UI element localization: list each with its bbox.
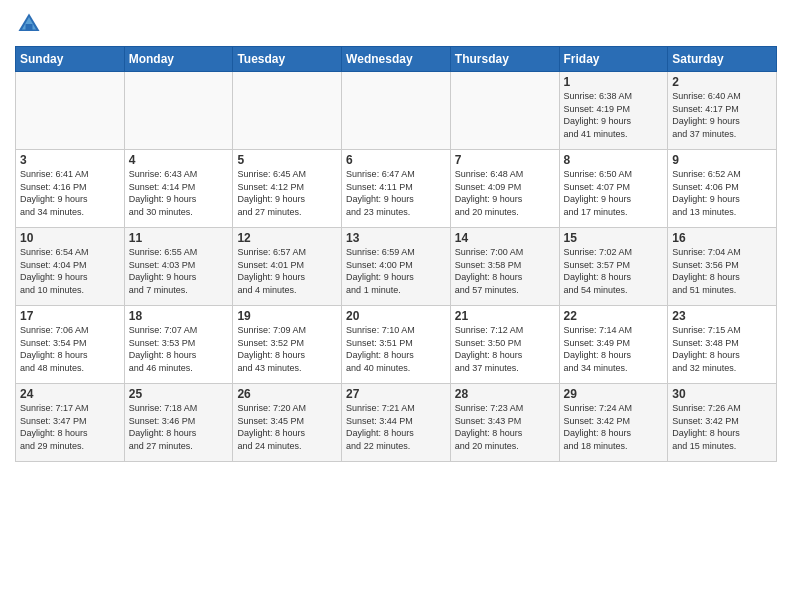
day-info: Sunrise: 6:52 AM Sunset: 4:06 PM Dayligh… xyxy=(672,168,772,218)
calendar-cell: 17Sunrise: 7:06 AM Sunset: 3:54 PM Dayli… xyxy=(16,306,125,384)
day-info: Sunrise: 6:54 AM Sunset: 4:04 PM Dayligh… xyxy=(20,246,120,296)
calendar-cell xyxy=(124,72,233,150)
calendar-cell: 28Sunrise: 7:23 AM Sunset: 3:43 PM Dayli… xyxy=(450,384,559,462)
day-number: 28 xyxy=(455,387,555,401)
logo xyxy=(15,10,47,38)
day-info: Sunrise: 7:06 AM Sunset: 3:54 PM Dayligh… xyxy=(20,324,120,374)
day-number: 14 xyxy=(455,231,555,245)
day-number: 21 xyxy=(455,309,555,323)
calendar-cell: 15Sunrise: 7:02 AM Sunset: 3:57 PM Dayli… xyxy=(559,228,668,306)
day-info: Sunrise: 6:45 AM Sunset: 4:12 PM Dayligh… xyxy=(237,168,337,218)
day-info: Sunrise: 7:23 AM Sunset: 3:43 PM Dayligh… xyxy=(455,402,555,452)
day-number: 15 xyxy=(564,231,664,245)
calendar-cell: 16Sunrise: 7:04 AM Sunset: 3:56 PM Dayli… xyxy=(668,228,777,306)
day-info: Sunrise: 7:26 AM Sunset: 3:42 PM Dayligh… xyxy=(672,402,772,452)
calendar-cell: 23Sunrise: 7:15 AM Sunset: 3:48 PM Dayli… xyxy=(668,306,777,384)
calendar-cell: 2Sunrise: 6:40 AM Sunset: 4:17 PM Daylig… xyxy=(668,72,777,150)
day-number: 3 xyxy=(20,153,120,167)
calendar-cell: 14Sunrise: 7:00 AM Sunset: 3:58 PM Dayli… xyxy=(450,228,559,306)
calendar-cell: 3Sunrise: 6:41 AM Sunset: 4:16 PM Daylig… xyxy=(16,150,125,228)
calendar-cell: 29Sunrise: 7:24 AM Sunset: 3:42 PM Dayli… xyxy=(559,384,668,462)
day-info: Sunrise: 7:14 AM Sunset: 3:49 PM Dayligh… xyxy=(564,324,664,374)
day-number: 9 xyxy=(672,153,772,167)
calendar-cell xyxy=(342,72,451,150)
weekday-header-friday: Friday xyxy=(559,47,668,72)
weekday-header-saturday: Saturday xyxy=(668,47,777,72)
day-number: 4 xyxy=(129,153,229,167)
calendar-cell xyxy=(233,72,342,150)
day-number: 10 xyxy=(20,231,120,245)
calendar-cell: 4Sunrise: 6:43 AM Sunset: 4:14 PM Daylig… xyxy=(124,150,233,228)
day-number: 26 xyxy=(237,387,337,401)
logo-icon xyxy=(15,10,43,38)
page-container: SundayMondayTuesdayWednesdayThursdayFrid… xyxy=(0,0,792,612)
calendar-cell: 8Sunrise: 6:50 AM Sunset: 4:07 PM Daylig… xyxy=(559,150,668,228)
header xyxy=(15,10,777,38)
day-info: Sunrise: 7:15 AM Sunset: 3:48 PM Dayligh… xyxy=(672,324,772,374)
day-number: 30 xyxy=(672,387,772,401)
day-number: 16 xyxy=(672,231,772,245)
day-number: 5 xyxy=(237,153,337,167)
calendar-cell: 18Sunrise: 7:07 AM Sunset: 3:53 PM Dayli… xyxy=(124,306,233,384)
day-number: 23 xyxy=(672,309,772,323)
calendar-cell: 22Sunrise: 7:14 AM Sunset: 3:49 PM Dayli… xyxy=(559,306,668,384)
calendar-table: SundayMondayTuesdayWednesdayThursdayFrid… xyxy=(15,46,777,462)
calendar-cell: 1Sunrise: 6:38 AM Sunset: 4:19 PM Daylig… xyxy=(559,72,668,150)
day-number: 11 xyxy=(129,231,229,245)
calendar-cell: 13Sunrise: 6:59 AM Sunset: 4:00 PM Dayli… xyxy=(342,228,451,306)
calendar-cell: 12Sunrise: 6:57 AM Sunset: 4:01 PM Dayli… xyxy=(233,228,342,306)
day-number: 7 xyxy=(455,153,555,167)
calendar-cell: 30Sunrise: 7:26 AM Sunset: 3:42 PM Dayli… xyxy=(668,384,777,462)
calendar-cell: 26Sunrise: 7:20 AM Sunset: 3:45 PM Dayli… xyxy=(233,384,342,462)
calendar-cell: 6Sunrise: 6:47 AM Sunset: 4:11 PM Daylig… xyxy=(342,150,451,228)
calendar-cell: 24Sunrise: 7:17 AM Sunset: 3:47 PM Dayli… xyxy=(16,384,125,462)
day-info: Sunrise: 6:43 AM Sunset: 4:14 PM Dayligh… xyxy=(129,168,229,218)
day-number: 6 xyxy=(346,153,446,167)
calendar-cell: 11Sunrise: 6:55 AM Sunset: 4:03 PM Dayli… xyxy=(124,228,233,306)
calendar-cell: 25Sunrise: 7:18 AM Sunset: 3:46 PM Dayli… xyxy=(124,384,233,462)
day-info: Sunrise: 6:55 AM Sunset: 4:03 PM Dayligh… xyxy=(129,246,229,296)
weekday-header-wednesday: Wednesday xyxy=(342,47,451,72)
calendar-cell: 21Sunrise: 7:12 AM Sunset: 3:50 PM Dayli… xyxy=(450,306,559,384)
weekday-header-tuesday: Tuesday xyxy=(233,47,342,72)
day-number: 25 xyxy=(129,387,229,401)
day-info: Sunrise: 7:12 AM Sunset: 3:50 PM Dayligh… xyxy=(455,324,555,374)
calendar-week-row: 24Sunrise: 7:17 AM Sunset: 3:47 PM Dayli… xyxy=(16,384,777,462)
day-info: Sunrise: 6:41 AM Sunset: 4:16 PM Dayligh… xyxy=(20,168,120,218)
calendar-cell: 10Sunrise: 6:54 AM Sunset: 4:04 PM Dayli… xyxy=(16,228,125,306)
weekday-header-row: SundayMondayTuesdayWednesdayThursdayFrid… xyxy=(16,47,777,72)
day-number: 22 xyxy=(564,309,664,323)
day-number: 12 xyxy=(237,231,337,245)
calendar-cell: 9Sunrise: 6:52 AM Sunset: 4:06 PM Daylig… xyxy=(668,150,777,228)
day-number: 27 xyxy=(346,387,446,401)
weekday-header-monday: Monday xyxy=(124,47,233,72)
calendar-week-row: 10Sunrise: 6:54 AM Sunset: 4:04 PM Dayli… xyxy=(16,228,777,306)
day-info: Sunrise: 7:09 AM Sunset: 3:52 PM Dayligh… xyxy=(237,324,337,374)
day-info: Sunrise: 6:40 AM Sunset: 4:17 PM Dayligh… xyxy=(672,90,772,140)
day-info: Sunrise: 7:00 AM Sunset: 3:58 PM Dayligh… xyxy=(455,246,555,296)
day-info: Sunrise: 7:02 AM Sunset: 3:57 PM Dayligh… xyxy=(564,246,664,296)
calendar-cell: 20Sunrise: 7:10 AM Sunset: 3:51 PM Dayli… xyxy=(342,306,451,384)
day-info: Sunrise: 7:04 AM Sunset: 3:56 PM Dayligh… xyxy=(672,246,772,296)
calendar-week-row: 3Sunrise: 6:41 AM Sunset: 4:16 PM Daylig… xyxy=(16,150,777,228)
day-number: 24 xyxy=(20,387,120,401)
day-number: 2 xyxy=(672,75,772,89)
day-number: 18 xyxy=(129,309,229,323)
day-info: Sunrise: 6:38 AM Sunset: 4:19 PM Dayligh… xyxy=(564,90,664,140)
day-number: 8 xyxy=(564,153,664,167)
day-number: 29 xyxy=(564,387,664,401)
day-number: 13 xyxy=(346,231,446,245)
day-info: Sunrise: 7:24 AM Sunset: 3:42 PM Dayligh… xyxy=(564,402,664,452)
calendar-cell: 5Sunrise: 6:45 AM Sunset: 4:12 PM Daylig… xyxy=(233,150,342,228)
calendar-cell xyxy=(16,72,125,150)
day-info: Sunrise: 6:57 AM Sunset: 4:01 PM Dayligh… xyxy=(237,246,337,296)
weekday-header-thursday: Thursday xyxy=(450,47,559,72)
day-number: 19 xyxy=(237,309,337,323)
calendar-cell: 7Sunrise: 6:48 AM Sunset: 4:09 PM Daylig… xyxy=(450,150,559,228)
day-info: Sunrise: 7:10 AM Sunset: 3:51 PM Dayligh… xyxy=(346,324,446,374)
day-number: 17 xyxy=(20,309,120,323)
calendar-week-row: 17Sunrise: 7:06 AM Sunset: 3:54 PM Dayli… xyxy=(16,306,777,384)
day-info: Sunrise: 7:20 AM Sunset: 3:45 PM Dayligh… xyxy=(237,402,337,452)
day-info: Sunrise: 6:47 AM Sunset: 4:11 PM Dayligh… xyxy=(346,168,446,218)
weekday-header-sunday: Sunday xyxy=(16,47,125,72)
